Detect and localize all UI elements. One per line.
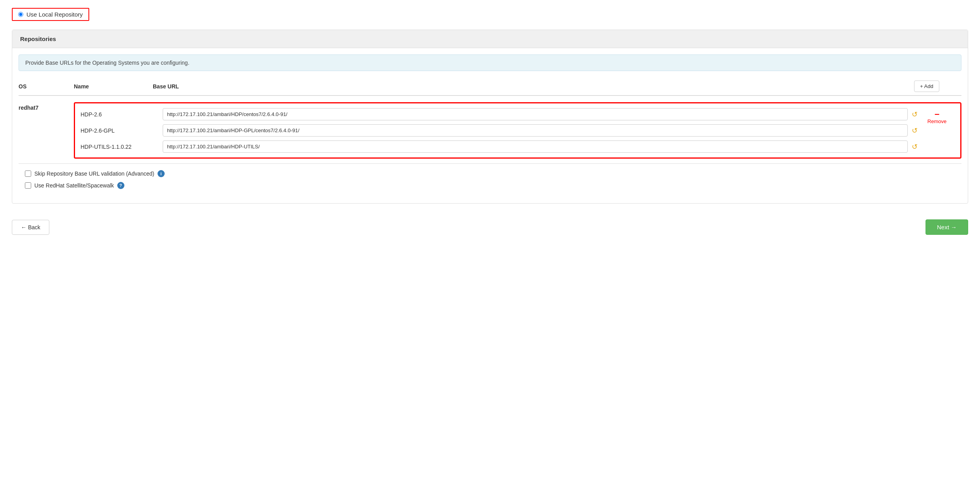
repo-table-wrapper: OS Name Base URL + Add redhat7 HD bbox=[12, 71, 968, 203]
repo-url-wrapper-hdputils: ↺ bbox=[163, 140, 919, 153]
remove-label[interactable]: Remove bbox=[927, 118, 946, 124]
col-baseurl-header: Base URL bbox=[153, 83, 914, 90]
red-border-highlight: HDP-2.6 ↺ HDP-2.6-GPL bbox=[74, 102, 961, 159]
page-wrapper: Use Local Repository Repositories Provid… bbox=[0, 0, 980, 485]
os-name-redhat7: redhat7 bbox=[19, 102, 74, 111]
next-button[interactable]: Next → bbox=[926, 219, 968, 235]
refresh-button-hdputils[interactable]: ↺ bbox=[910, 142, 919, 151]
use-local-repo-radio[interactable] bbox=[18, 12, 23, 17]
use-local-repo-option[interactable]: Use Local Repository bbox=[12, 8, 89, 21]
repositories-panel: Repositories Provide Base URLs for the O… bbox=[12, 30, 968, 204]
repo-url-wrapper-hdp26gpl: ↺ bbox=[163, 124, 919, 137]
col-name-header: Name bbox=[74, 83, 153, 90]
remove-icon[interactable]: – bbox=[935, 110, 939, 118]
col-actions-header: + Add bbox=[914, 81, 961, 92]
os-group-redhat7: redhat7 HDP-2.6 ↺ bbox=[19, 97, 961, 164]
checkbox-section: Skip Repository Base URL validation (Adv… bbox=[19, 164, 961, 197]
repositories-panel-header: Repositories bbox=[12, 30, 968, 48]
use-local-repo-label: Use Local Repository bbox=[26, 11, 83, 18]
col-os-header: OS bbox=[19, 83, 74, 90]
bottom-nav: ← Back Next → bbox=[12, 215, 968, 239]
os-group-inner: redhat7 HDP-2.6 ↺ bbox=[19, 97, 961, 163]
info-icon-skip[interactable]: i bbox=[158, 170, 165, 177]
skip-validation-label: Skip Repository Base URL validation (Adv… bbox=[34, 170, 154, 177]
use-redhat-satellite-checkbox[interactable] bbox=[25, 182, 31, 189]
repo-url-input-hdp26gpl[interactable] bbox=[163, 124, 908, 137]
repo-url-input-hdp26[interactable] bbox=[163, 108, 908, 120]
table-row: HDP-2.6-GPL ↺ bbox=[81, 124, 919, 137]
repo-url-wrapper-hdp26: ↺ bbox=[163, 108, 919, 120]
checkbox-row-skip-validation: Skip Repository Base URL validation (Adv… bbox=[25, 170, 955, 177]
repo-rows: HDP-2.6 ↺ HDP-2.6-GPL bbox=[81, 108, 919, 153]
repo-name-hdp26gpl: HDP-2.6-GPL bbox=[81, 127, 160, 134]
question-icon-redhat[interactable]: ? bbox=[117, 182, 124, 189]
table-row: HDP-UTILS-1.1.0.22 ↺ bbox=[81, 140, 919, 153]
repo-table-header: OS Name Base URL + Add bbox=[19, 77, 961, 96]
table-row: HDP-2.6 ↺ bbox=[81, 108, 919, 120]
refresh-button-hdp26gpl[interactable]: ↺ bbox=[910, 126, 919, 135]
remove-col: – Remove bbox=[919, 108, 955, 153]
repo-name-hdputils: HDP-UTILS-1.1.0.22 bbox=[81, 144, 160, 150]
checkbox-row-redhat-satellite: Use RedHat Satellite/Spacewalk ? bbox=[25, 182, 955, 189]
use-redhat-satellite-label: Use RedHat Satellite/Spacewalk bbox=[34, 182, 114, 189]
repo-name-hdp26: HDP-2.6 bbox=[81, 111, 160, 118]
repo-url-input-hdputils[interactable] bbox=[163, 140, 908, 153]
back-button[interactable]: ← Back bbox=[12, 220, 49, 235]
add-button[interactable]: + Add bbox=[914, 81, 939, 92]
info-banner: Provide Base URLs for the Operating Syst… bbox=[19, 54, 961, 71]
skip-validation-checkbox[interactable] bbox=[25, 170, 31, 177]
refresh-button-hdp26[interactable]: ↺ bbox=[910, 110, 919, 119]
